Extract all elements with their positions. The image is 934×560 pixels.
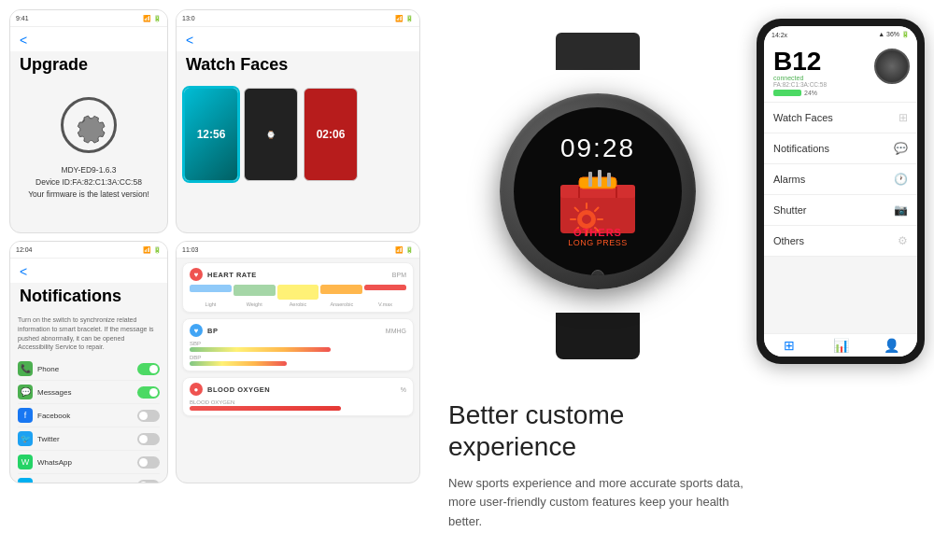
watch-band-top — [556, 33, 640, 70]
phone-mockup: 14:2x ▲ 36% 🔋 B12 connected FA:82:C1:3A:… — [757, 19, 925, 364]
skype-toggle[interactable] — [137, 480, 160, 483]
dbp-label: DBP — [190, 355, 406, 360]
pm-menu-notifications[interactable]: Notifications 💬 — [764, 133, 917, 164]
pm-tab-profile[interactable]: 👤 — [866, 338, 917, 353]
watch-body: 09:28 — [486, 61, 710, 322]
pm-menu-others-label: Others — [773, 235, 804, 246]
health-signal: 📶 🔋 — [395, 246, 414, 254]
wf-time: 13:0 — [182, 15, 195, 21]
bp-unit: MMHG — [386, 328, 406, 334]
pm-menu-shutter[interactable]: Shutter 📷 — [764, 195, 917, 226]
heart-rate-title: HEART RATE — [207, 271, 257, 279]
bp-title: BP — [207, 327, 218, 335]
notif-back-icon[interactable]: < — [20, 264, 27, 279]
phone-app-icon: 📞 — [18, 361, 33, 376]
back-arrow-icon[interactable]: < — [20, 33, 27, 48]
messages-toggle[interactable] — [137, 386, 160, 399]
health-statusbar: 11:03 📶 🔋 — [177, 242, 419, 259]
pm-menu-alarms-label: Alarms — [773, 174, 805, 185]
pm-menu-alarms[interactable]: Alarms 🕐 — [764, 164, 917, 195]
watch-band-bottom — [556, 313, 640, 359]
health-content: ♥ HEART RATE BPM Light Weight A — [177, 259, 419, 420]
blood-oxygen-card: ● BLOOD OXYGEN % BLOOD OXYGEN — [182, 377, 414, 416]
pm-battery-bar — [773, 90, 801, 96]
notif-twitter: 🐦 Twitter — [18, 427, 160, 451]
pm-battery-pct: 24% — [804, 90, 817, 96]
bottom-row: 12:04 📶 🔋 < Notifications Turn on the sw… — [9, 241, 420, 483]
pm-bottom-tabs: ⊞ 📊 👤 — [764, 333, 917, 357]
notif-time: 12:04 — [16, 246, 33, 253]
watchfaces-statusbar: 13:0 📶 🔋 — [177, 10, 419, 27]
whatsapp-toggle[interactable] — [137, 456, 160, 469]
phone-mockup-screen: 14:2x ▲ 36% 🔋 B12 connected FA:82:C1:3A:… — [764, 26, 917, 357]
upgrade-header: < — [10, 27, 167, 51]
pm-menu-shutter-label: Shutter — [773, 204, 806, 216]
heart-icon: ♥ — [190, 268, 203, 281]
marketing-subtext: New sports experience and more accurate … — [448, 474, 747, 532]
watchfaces-content: 12:56 ⌚ 02:06 — [177, 80, 419, 189]
watch-container: 09:28 — [458, 37, 738, 345]
notif-content: Turn on the switch to synchronize relate… — [10, 312, 167, 483]
pm-menu-watch-faces[interactable]: Watch Faces ⊞ — [764, 103, 917, 133]
left-panel: 9:41 📶 🔋 < Upgrade MDY-ED9-1.6.3 Device … — [0, 0, 430, 560]
blood-icon: ● — [190, 383, 203, 396]
health-time: 11:03 — [182, 246, 199, 253]
pm-tab-data[interactable]: 📊 — [815, 338, 867, 353]
heart-rate-unit: BPM — [392, 272, 406, 278]
watch-face-3[interactable]: 02:06 — [304, 88, 358, 181]
watch-face-2[interactable]: ⌚ — [244, 88, 298, 181]
wf-signal: 📶 🔋 — [395, 15, 414, 22]
svg-rect-5 — [588, 172, 592, 187]
pm-header: B12 connected FA:82:C1:3A:CC:58 24% — [764, 43, 917, 103]
svg-rect-7 — [607, 173, 611, 187]
pm-menu-others-icon: ⚙ — [898, 234, 908, 247]
upgrade-title: Upgrade — [10, 51, 167, 80]
watch-screen: 09:28 — [514, 107, 682, 275]
wf3-time: 02:06 — [317, 128, 346, 141]
pm-tab-home[interactable]: ⊞ — [764, 338, 815, 353]
wf-back-icon[interactable]: < — [186, 33, 193, 48]
pm-menu-watchfaces-icon: ⊞ — [899, 111, 908, 124]
pm-menu-notifications-icon: 💬 — [894, 142, 908, 155]
pm-signal: ▲ 36% 🔋 — [878, 31, 910, 38]
top-row: 9:41 📶 🔋 < Upgrade MDY-ED9-1.6.3 Device … — [9, 9, 420, 233]
watch-case: 09:28 — [500, 93, 696, 289]
watch-button — [591, 270, 604, 275]
facebook-app-icon: f — [18, 408, 33, 423]
notifications-title: Notifications — [10, 283, 167, 312]
marketing-section: Better custome experience New sports exp… — [448, 399, 747, 532]
watch-faces-screen: 13:0 📶 🔋 < Watch Faces 12:56 ⌚ 02:06 — [176, 9, 420, 233]
notifications-screen: 12:04 📶 🔋 < Notifications Turn on the sw… — [9, 241, 168, 483]
signal-label: 📶 🔋 — [143, 15, 162, 22]
upgrade-screen: 9:41 📶 🔋 < Upgrade MDY-ED9-1.6.3 Device … — [9, 9, 168, 233]
watch-others-text: OTHERS — [514, 227, 682, 238]
pm-menu-alarms-icon: 🕐 — [894, 173, 908, 186]
blood-label: BLOOD OXYGEN — [190, 399, 406, 405]
notif-phone: 📞 Phone — [18, 357, 160, 381]
heart-rate-card: ♥ HEART RATE BPM Light Weight A — [182, 262, 414, 313]
facebook-label: Facebook — [37, 412, 70, 420]
twitter-label: Twitter — [37, 435, 60, 443]
pm-menu-shutter-icon: 📷 — [894, 203, 908, 217]
phone-label: Phone — [37, 365, 59, 373]
svg-rect-6 — [598, 170, 601, 187]
upgrade-info: MDY-ED9-1.6.3 Device ID:FA:82:C1:3A:CC:5… — [28, 164, 149, 200]
notif-skype: S Skype — [18, 474, 160, 483]
pm-statusbar: 14:2x ▲ 36% 🔋 — [764, 26, 917, 43]
messages-label: Messages — [37, 388, 71, 397]
twitter-toggle[interactable] — [137, 433, 160, 445]
skype-label: Skype — [37, 482, 58, 483]
notif-facebook: f Facebook — [18, 404, 160, 427]
twitter-app-icon: 🐦 — [18, 431, 33, 446]
watch-face-1[interactable]: 12:56 — [184, 88, 238, 181]
skype-app-icon: S — [18, 478, 33, 483]
pm-battery: 24% — [773, 90, 908, 96]
messages-app-icon: 💬 — [18, 385, 33, 399]
pm-menu-others[interactable]: Others ⚙ — [764, 226, 917, 257]
wf1-time: 12:56 — [197, 128, 226, 141]
facebook-toggle[interactable] — [137, 410, 160, 422]
gear-large-icon — [61, 97, 117, 153]
phone-toggle[interactable] — [137, 363, 160, 375]
pm-time: 14:2x — [771, 32, 787, 38]
heart-rate-bars — [190, 285, 406, 300]
